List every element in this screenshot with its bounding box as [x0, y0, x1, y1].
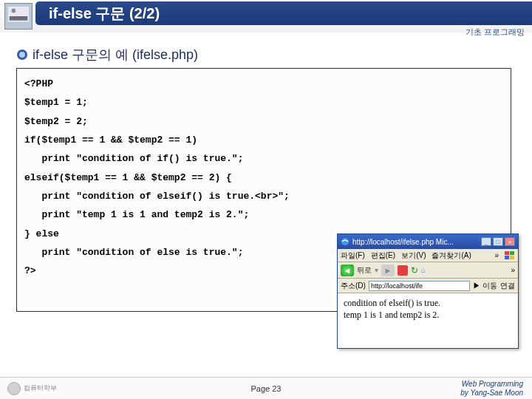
refresh-icon[interactable]: ↻ — [411, 265, 418, 276]
svg-point-3 — [12, 9, 16, 13]
code-line: if($temp1 == 1 && $temp2 == 1) — [24, 131, 503, 149]
forward-button[interactable]: ► — [381, 265, 395, 276]
menu-view[interactable]: 보기(V) — [401, 250, 426, 261]
menu-file[interactable]: 파일(F) — [341, 250, 365, 261]
browser-window: http://localhost/ifelse.php Mic... _ □ ×… — [337, 233, 519, 349]
svg-rect-7 — [505, 251, 509, 255]
course-subtitle: 기초 프로그래밍 — [466, 27, 525, 38]
slide-title: if-else 구문 (2/2) — [49, 4, 160, 24]
code-line: elseif($temp1 == 1 && $temp2 == 2) { — [24, 168, 503, 187]
browser-content: condition of elseif() is true. temp 1 is… — [338, 293, 518, 325]
code-line: <?PHP — [24, 75, 503, 93]
code-line: $temp2 = 2; — [24, 112, 503, 131]
svg-rect-9 — [505, 256, 509, 259]
credit-line-1: Web Programming — [460, 380, 523, 389]
back-label: 뒤로 — [357, 265, 372, 276]
browser-addressbar: 주소(D) ▶ 이동 연결 — [338, 279, 518, 293]
browser-titlebar: http://localhost/ifelse.php Mic... _ □ × — [338, 234, 518, 249]
university-logo-icon — [7, 382, 21, 395]
page-number: Page 23 — [0, 384, 532, 393]
stop-icon[interactable] — [398, 265, 408, 276]
back-button[interactable]: ◄ — [341, 265, 354, 276]
output-line: temp 1 is 1 and temp2 is 2. — [344, 310, 512, 321]
credit-line-2: by Yang-Sae Moon — [460, 389, 523, 398]
bullet-icon — [16, 49, 28, 61]
windows-flag-icon — [505, 251, 515, 260]
ie-icon — [341, 237, 349, 246]
svg-rect-2 — [10, 16, 28, 21]
code-line: print "condition of elseif() is true.<br… — [24, 187, 503, 205]
address-input[interactable] — [369, 281, 470, 291]
footer-credit: Web Programming by Yang-Sae Moon — [460, 380, 523, 398]
go-button[interactable]: ▶ 이동 — [473, 281, 497, 291]
code-line: print "temp 1 is 1 and temp2 is 2."; — [24, 205, 503, 224]
window-buttons: _ □ × — [481, 237, 515, 246]
browser-toolbar: ◄ 뒤로 ▾ ► ↻ ⌂ » — [338, 262, 518, 279]
address-label: 주소(D) — [341, 281, 366, 291]
slide-header: if-else 구문 (2/2) 기초 프로그래밍 — [0, 0, 532, 33]
home-icon[interactable]: ⌂ — [421, 266, 426, 274]
slide: if-else 구문 (2/2) 기초 프로그래밍 if-else 구문의 예 … — [0, 0, 532, 399]
svg-point-5 — [19, 52, 25, 58]
header-photo-icon — [4, 3, 33, 30]
svg-rect-8 — [510, 251, 514, 255]
maximize-button[interactable]: □ — [493, 237, 503, 246]
title-bar: if-else 구문 (2/2) — [35, 1, 532, 25]
close-button[interactable]: × — [505, 237, 515, 246]
minimize-button[interactable]: _ — [481, 237, 491, 246]
section-heading-row: if-else 구문의 예 (ifelse.php) — [16, 46, 198, 64]
section-heading: if-else 구문의 예 (ifelse.php) — [33, 46, 198, 64]
menu-edit[interactable]: 편집(E) — [371, 250, 395, 261]
browser-title: http://localhost/ifelse.php Mic... — [352, 238, 481, 246]
toolbar-chevron-icon[interactable]: » — [511, 266, 515, 274]
code-line: $temp1 = 1; — [24, 93, 503, 112]
browser-menubar: 파일(F) 편집(E) 보기(V) 즐겨찾기(A) » — [338, 249, 518, 262]
output-line: condition of elseif() is true. — [344, 298, 512, 310]
connection-label: 연결 — [500, 281, 515, 291]
svg-rect-10 — [510, 256, 514, 259]
code-line: print "condition of if() is true."; — [24, 149, 503, 168]
footer-logo-text: 컴퓨터학부 — [24, 383, 57, 393]
footer-logo: 컴퓨터학부 — [7, 382, 57, 395]
menu-favorites[interactable]: 즐겨찾기(A) — [432, 250, 471, 261]
slide-footer: 컴퓨터학부 Page 23 Web Programming by Yang-Sa… — [0, 377, 532, 399]
menu-chevron-icon[interactable]: » — [494, 251, 499, 259]
